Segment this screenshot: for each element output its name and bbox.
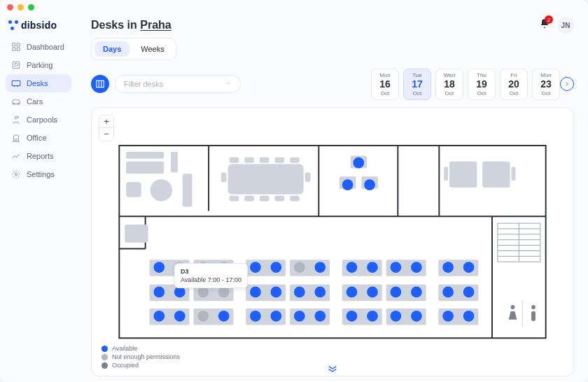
svg-rect-29 [221, 172, 227, 182]
legend-label: Available [112, 345, 137, 352]
dashboard-icon [11, 42, 21, 52]
svg-rect-35 [482, 161, 510, 187]
svg-rect-19 [230, 157, 239, 163]
sidebar-item-desks[interactable]: Desks [6, 74, 71, 92]
desk-dot[interactable] [364, 179, 375, 190]
window-maximize[interactable] [28, 4, 34, 10]
desk-dot[interactable] [411, 262, 422, 273]
desk-dot[interactable] [411, 286, 422, 297]
date-card[interactable]: Mon16Oct [371, 69, 399, 100]
svg-rect-12 [126, 152, 164, 159]
collapse-handle[interactable] [327, 365, 338, 374]
sidebar-item-reports[interactable]: Reports [6, 147, 71, 165]
brand-name: dibsido [21, 20, 57, 31]
desk-dot[interactable] [250, 262, 261, 273]
desk-dot[interactable] [442, 262, 454, 273]
desk-dot[interactable] [153, 262, 164, 273]
location-link[interactable]: Praha [140, 19, 171, 31]
desk-dot[interactable] [197, 311, 209, 322]
svg-rect-25 [244, 196, 254, 201]
desk-dot[interactable] [463, 286, 475, 297]
user-avatar[interactable]: JN [557, 17, 574, 34]
desk-tooltip: D3 Available 7:00 - 17:00 [174, 263, 248, 288]
svg-point-40 [511, 305, 515, 309]
desk-dot[interactable] [314, 262, 326, 273]
desk-dot[interactable] [367, 262, 378, 273]
sidebar-item-label: Cars [27, 97, 43, 106]
svg-rect-37 [512, 167, 516, 181]
desk-dot[interactable] [442, 311, 454, 322]
desk-dot[interactable] [442, 286, 454, 297]
sidebar-item-parking[interactable]: Parking [6, 56, 71, 74]
desk-dot[interactable] [391, 311, 402, 322]
legend-swatch-available [102, 346, 108, 352]
date-card[interactable]: Mon23Oct [532, 69, 560, 100]
filter-desks-dropdown[interactable]: Filter desks [115, 75, 241, 93]
date-card[interactable]: Thu19Oct [468, 69, 496, 100]
svg-rect-1 [17, 43, 20, 46]
sidebar-item-office[interactable]: Office [6, 129, 71, 147]
desk-dot[interactable] [367, 311, 378, 322]
sidebar-item-label: Reports [27, 152, 54, 160]
mode-weeks-button[interactable]: Weeks [132, 41, 172, 57]
floorplan[interactable]: + − [91, 107, 574, 376]
svg-rect-42 [531, 311, 536, 321]
desk-dot[interactable] [271, 262, 282, 273]
notifications-button[interactable]: 2 [539, 18, 550, 32]
desk-dot[interactable] [271, 286, 282, 297]
desk-dot[interactable] [367, 286, 378, 297]
desk-dot[interactable] [153, 286, 164, 297]
date-card[interactable]: Fri20Oct [500, 69, 528, 100]
car-icon [11, 97, 21, 106]
legend-swatch-occupied [102, 362, 108, 369]
desk-dot[interactable] [391, 286, 402, 297]
desk-dot[interactable] [346, 286, 358, 297]
sidebar-item-label: Parking [27, 61, 52, 69]
desk-dot[interactable] [218, 311, 230, 322]
desk-dot[interactable] [250, 286, 261, 297]
sidebar-item-settings[interactable]: Settings [6, 165, 71, 183]
desk-dot[interactable] [294, 311, 305, 322]
desk-dot[interactable] [342, 179, 354, 190]
desk-dot[interactable] [463, 311, 475, 322]
tooltip-desk-name: D3 [181, 268, 241, 275]
desk-dot[interactable] [294, 262, 305, 273]
desk-dot[interactable] [411, 311, 422, 322]
svg-rect-4 [13, 62, 19, 68]
desk-dot[interactable] [391, 262, 402, 273]
desk-dot[interactable] [153, 311, 164, 322]
mode-days-button[interactable]: Days [94, 41, 130, 57]
svg-rect-17 [183, 174, 192, 206]
desk-dot[interactable] [271, 311, 282, 322]
zoom-out-button[interactable]: − [99, 128, 113, 141]
app-window: dibsido Dashboard Parking Desks [0, 0, 588, 382]
desk-dot[interactable] [174, 311, 186, 322]
svg-rect-2 [13, 48, 15, 50]
desk-dot[interactable] [346, 262, 358, 273]
desk-dot[interactable] [314, 311, 326, 322]
next-dates-button[interactable] [560, 77, 574, 91]
desk-dot[interactable] [250, 311, 261, 322]
office-icon [11, 133, 21, 143]
sidebar-item-label: Office [27, 134, 47, 142]
desk-dot[interactable] [346, 311, 358, 322]
sidebar-item-label: Desks [27, 79, 48, 87]
date-card[interactable]: Wed18Oct [435, 69, 463, 100]
columns-button[interactable] [91, 75, 109, 93]
sidebar-item-carpools[interactable]: Carpools [6, 111, 71, 129]
page-title: Desks in Praha [91, 19, 172, 31]
window-minimize[interactable] [18, 4, 24, 10]
window-close[interactable] [7, 4, 13, 10]
sidebar-item-dashboard[interactable]: Dashboard [6, 38, 71, 56]
desk-dot[interactable] [294, 286, 305, 297]
sidebar-item-cars[interactable]: Cars [6, 92, 71, 111]
parking-icon [11, 60, 21, 70]
desk-dot[interactable] [463, 262, 475, 273]
brand-logo[interactable]: dibsido [6, 18, 71, 38]
carpool-icon [11, 115, 21, 125]
svg-rect-38 [125, 225, 148, 243]
zoom-in-button[interactable]: + [99, 115, 113, 128]
desk-dot[interactable] [314, 286, 326, 297]
date-card[interactable]: Tue17Oct [403, 69, 431, 100]
desk-dot[interactable] [353, 157, 364, 169]
